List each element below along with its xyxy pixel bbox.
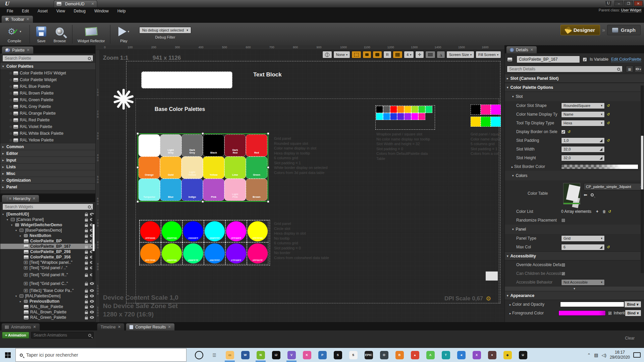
compile-button[interactable]: ⚙✓ ▾ Compile (2, 24, 27, 43)
grid-size-dropdown[interactable]: 4▾ (404, 51, 414, 58)
palette-group-panel[interactable]: ▸Panel (0, 184, 95, 190)
mini-color-slot[interactable] (404, 106, 411, 113)
visibility-eye-icon[interactable] (90, 316, 94, 319)
is-variable-checkbox[interactable]: ✓ (583, 57, 587, 62)
palette-item-ral-brown-palette[interactable]: ☆RAL Brown Palette (0, 90, 95, 97)
mini-color-slot[interactable] (390, 106, 397, 113)
palette-group-editor[interactable]: ▸Editor (0, 150, 95, 157)
visibility-eye-icon[interactable] (90, 289, 94, 292)
accessibility-section-header[interactable]: ▾Accessibility (505, 251, 644, 260)
detail-color-slot-shape-dropdown[interactable]: RoundedSquare▾ (561, 103, 605, 109)
property-matrix-button[interactable]: ▦ (626, 66, 633, 72)
browse-to-asset-icon[interactable] (591, 193, 594, 196)
hierarchy-row-widgetswitcherdemo[interactable]: ▾WidgetSwitcherDemo (0, 222, 95, 228)
mini-color-slot[interactable] (471, 117, 481, 127)
telegram-icon[interactable]: ◄ (453, 348, 469, 362)
color-and-opacity-swatch[interactable] (560, 302, 625, 307)
brave-icon[interactable]: ▲ (407, 348, 423, 362)
details-tab[interactable]: i Details ✕ (506, 46, 537, 53)
favorite-star-icon[interactable]: ☆ (9, 84, 12, 89)
network-icon[interactable]: ▤ (594, 353, 598, 358)
parent-class-value[interactable]: User Widget (621, 8, 641, 12)
menu-help[interactable]: Help (113, 8, 130, 14)
visibility-eye-icon[interactable] (90, 300, 94, 303)
hierarchy-row-colorpalette-bp-356[interactable]: ColorPalette_BP_356 (0, 254, 95, 260)
close-details-tab-icon[interactable]: ✕ (530, 48, 533, 52)
dpi-settings-gear-icon[interactable]: ⚙ (486, 295, 491, 302)
circle-color-slot-ff0000[interactable]: #FF0000 (140, 220, 161, 242)
circle-color-slot-ff7f00[interactable]: #FF7F00 (140, 242, 161, 264)
lock-icon[interactable] (85, 267, 88, 270)
word-app-icon[interactable]: W (237, 348, 253, 362)
substance-painter-icon[interactable]: S (345, 348, 361, 362)
detail-tool-tip-display-type-dropdown[interactable]: Hexa▾ (561, 120, 605, 126)
palette-item-ral-yellow-palette[interactable]: ☆RAL Yellow Palette (0, 137, 95, 143)
palette-group-optimization[interactable]: ▸Optimization (0, 177, 95, 184)
base-color-palettes-title[interactable]: Base Color Palettes (155, 106, 205, 112)
animation-search-input[interactable]: Search Animations (31, 332, 94, 339)
tray-expand-icon[interactable]: ⌃ (587, 353, 591, 358)
close-palette-tab-icon[interactable]: ✕ (26, 48, 30, 52)
restore-button[interactable]: ❐ (624, 1, 633, 6)
detail-can-children-be-accessib-checkbox[interactable]: ✓ (561, 272, 566, 276)
close-tab-icon[interactable]: ✕ (91, 2, 94, 6)
palette-item-ral-red-palette[interactable]: ☆RAL Red Palette (0, 117, 95, 123)
lock-icon[interactable] (85, 257, 88, 259)
advanced-expander[interactable]: ▼ (505, 287, 644, 291)
detail-max-col-input[interactable]: 6 (561, 244, 605, 250)
reset-to-default-icon[interactable]: ↺ (607, 112, 610, 117)
color-slot-yellow[interactable]: Yellow (203, 157, 224, 179)
circle-color-slot-ff007f[interactable]: #FF007F (247, 242, 268, 264)
favorite-star-icon[interactable]: ☆ (9, 98, 12, 102)
menu-window[interactable]: Window (90, 8, 113, 14)
color-slot-indigo[interactable]: Indigo (181, 179, 203, 201)
mini-color-slot[interactable] (397, 113, 404, 120)
hierarchy-row-previousbutton[interactable]: ▸PreviousButton (0, 299, 95, 304)
menu-edit[interactable]: Edit (18, 8, 33, 14)
detail-slot-width-input[interactable]: 32,0 (561, 146, 605, 153)
reset-to-default-icon[interactable]: ↺ (608, 209, 611, 214)
toolbar-tab[interactable]: 🛠 Toolbar ✕ (1, 15, 33, 23)
timeline-tab[interactable]: Timeline ✕ (97, 323, 124, 330)
color-slot-orange[interactable]: Orange (139, 157, 160, 179)
visibility-eye-icon[interactable] (90, 305, 94, 308)
substance-designer-icon[interactable]: S (330, 348, 345, 362)
add-array-element-icon[interactable]: + (596, 209, 598, 214)
palette-item-color-palette-widget[interactable]: ☆Color Palette Widget (0, 76, 95, 83)
palette-group-color-palettes[interactable]: ▾Color Palettes (0, 63, 95, 70)
transform-mode-button[interactable]: ✛ (415, 51, 424, 58)
mini-color-slot[interactable] (481, 105, 491, 115)
close-toolbar-tab-icon[interactable]: ✕ (26, 17, 29, 21)
color-slot-red[interactable]: Red (246, 134, 267, 157)
lock-icon[interactable] (85, 283, 88, 286)
circle-color-slot-ff00ff[interactable]: #FF00FF (225, 220, 247, 242)
details-search-input[interactable]: Search Details (507, 66, 623, 72)
mini-color-slot[interactable] (425, 106, 432, 113)
text-block-widget[interactable]: Text Block (253, 71, 282, 78)
teams-icon[interactable]: T (438, 348, 453, 362)
slot-section-header[interactable]: ▸Slot (Canvas Panel Slot) (505, 74, 644, 83)
foreground-color-swatch[interactable] (558, 310, 606, 316)
hierarchy-row-ral-blue-palette[interactable]: RAL_Blue_Palette (0, 304, 95, 309)
xd-app-icon[interactable]: X (469, 348, 484, 362)
color-slot-gold[interactable]: Gold (160, 157, 181, 179)
notepadpp-icon[interactable]: N (253, 348, 268, 362)
palette-item-ral-green-palette[interactable]: ☆RAL Green Palette (0, 97, 95, 103)
mini-color-slot[interactable] (383, 106, 390, 113)
dark-app-icon[interactable]: ● (484, 348, 500, 362)
taskbar-search-input[interactable]: Taper ici pour rechercher (15, 348, 186, 362)
save-button[interactable]: Save (33, 24, 50, 43)
visual-studio-icon[interactable]: V (284, 348, 299, 362)
palette-item-ral-orange-palette[interactable]: ☆RAL Orange Palette (0, 110, 95, 117)
fill-screen-dropdown[interactable]: Fill Screen▾ (476, 51, 501, 58)
mini-color-slot[interactable] (411, 113, 418, 120)
favorite-star-icon[interactable]: ☆ (9, 138, 12, 142)
task-view-icon[interactable]: ⿲ (207, 348, 222, 362)
lock-icon[interactable] (85, 230, 88, 232)
lock-icon[interactable] (85, 301, 88, 303)
hierarchy-row--demohud-[interactable]: ▾[DemoHUD] (0, 212, 95, 217)
lock-icon[interactable] (85, 296, 88, 298)
favorite-star-icon[interactable]: ☆ (9, 131, 12, 136)
lock-icon[interactable] (85, 251, 88, 254)
compiler-results-tab[interactable]: Compiler Results ✕ (126, 323, 175, 330)
